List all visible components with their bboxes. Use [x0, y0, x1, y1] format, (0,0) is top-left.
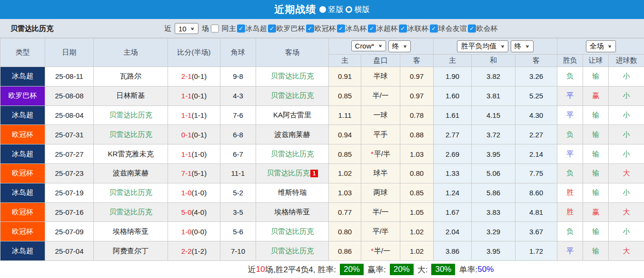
asian-away-odds-cell: 0.78	[400, 105, 434, 125]
league-label: 冰联杯	[407, 24, 429, 33]
league-filter-group: ✓冰岛超✓欧罗巴杯✓欧冠杯✓冰岛杯✓冰超杯✓冰联杯✓球会友谊✓欧会杯	[236, 24, 498, 33]
header-type: 类型	[0, 38, 45, 67]
corner-cell: 9-8	[220, 67, 256, 86]
score-cell: 1-1(1-0)	[168, 144, 220, 164]
match-row: 欧冠杯25-07-16贝雷达比历克5-0(4-0)3-5埃格纳蒂亚0.77半/一…	[0, 202, 644, 222]
home-team-name: KR雷克雅未克	[108, 150, 154, 158]
avg-draw-cell: 3.95	[472, 241, 515, 261]
odds-company-select[interactable]: Crow* ∨	[351, 40, 386, 51]
fulltime-score: 1-1	[181, 111, 192, 119]
match-row: 欧冠杯25-07-23波兹南莱赫7-1(5-1)11-1贝雷达比历克11.02球…	[0, 163, 644, 183]
league-checkbox-7[interactable]: ✓	[430, 24, 438, 32]
league-checkbox-8[interactable]: ✓	[468, 24, 476, 32]
date-cell: 25-07-16	[45, 202, 94, 222]
column-header: 主	[329, 55, 361, 67]
result-handicap-cell: 输	[583, 163, 609, 183]
asian-home-odds-cell: 1.02	[329, 163, 361, 183]
asian-home-odds-cell: 1.11	[329, 105, 361, 125]
date-cell: 25-07-31	[45, 125, 94, 144]
handicap-cell: 两球	[361, 183, 400, 202]
corner-cell: 7-6	[220, 105, 256, 125]
asian-away-odds-cell: 1.05	[400, 202, 434, 222]
avg-away-cell: 5.25	[515, 86, 557, 105]
fulltime-score: 7-1	[181, 169, 192, 177]
matches-count-select[interactable]: 10 ∨	[175, 23, 198, 34]
away-team-cell: 贝雷达比历克	[256, 222, 329, 241]
corner-cell: 5-2	[220, 183, 256, 202]
away-team-name: 贝雷达比历克	[271, 247, 314, 255]
star-marker: *	[371, 150, 374, 158]
corner-cell: 7-10	[220, 241, 256, 261]
avg-away-cell: 1.72	[515, 241, 557, 261]
score-cell: 1-1(1-1)	[168, 105, 220, 125]
away-team-cell: 贝雷达比历克1	[256, 163, 329, 183]
away-team-cell: 贝雷达比历克	[256, 144, 329, 164]
score-cell: 1-0(1-0)	[168, 183, 220, 202]
avg-draw-cell: 5.86	[472, 183, 515, 202]
type-badge-cell: 欧冠杯	[0, 222, 45, 241]
corner-cell: 6-7	[220, 144, 256, 164]
avg-time-select[interactable]: 终 ∨	[511, 40, 534, 52]
avg-draw-cell: 3.82	[472, 67, 515, 86]
league-checkbox-1[interactable]: ✓	[237, 24, 245, 32]
result-handicap-cell: 输	[583, 183, 609, 202]
away-team-name: 埃格纳蒂亚	[275, 208, 310, 216]
radio-selected-icon[interactable]	[319, 6, 326, 13]
result-outcome-cell: 负	[557, 222, 583, 241]
result-outcome-cell: 负	[557, 125, 583, 144]
column-header: 盘口	[361, 55, 400, 67]
date-cell: 25-08-04	[45, 105, 94, 125]
score-cell: 7-1(5-1)	[168, 163, 220, 183]
league-label: 球会友谊	[438, 24, 467, 33]
handicap-cell: 一球	[361, 105, 400, 125]
matches-count-value: 10	[178, 24, 187, 32]
avg-home-cell: 1.24	[434, 183, 472, 202]
red-card-badge: 1	[310, 170, 317, 177]
home-team-name: 瓦路尔	[120, 72, 141, 80]
home-team-name: 贝雷达比历克	[109, 208, 152, 216]
asian-away-odds-cell: 1.03	[400, 144, 434, 164]
fulltime-score: 1-1	[181, 92, 192, 100]
away-team-cell: 埃格纳蒂亚	[256, 202, 329, 222]
odds-time-select[interactable]: 终 ∨	[388, 40, 411, 52]
away-team-cell: KA阿古雷里	[256, 105, 329, 125]
radio-unselected-icon[interactable]	[346, 6, 352, 13]
period-select[interactable]: 全场 ∨	[586, 40, 616, 52]
same-home-checkbox[interactable]	[211, 24, 219, 32]
score-cell: 2-2(1-2)	[168, 241, 220, 261]
fulltime-score: 1-1	[181, 150, 192, 158]
filter-bar: 贝雷达比历克 近 10 ∨ 场 同主 ✓冰岛超✓欧罗巴杯✓欧冠杯✓冰岛杯✓冰超杯…	[0, 19, 644, 38]
avg-home-cell: 2.69	[434, 144, 472, 164]
result-handicap-cell: 输	[583, 222, 609, 241]
asian-home-odds-cell: 0.86	[329, 241, 361, 261]
header-score: 比分(半场)	[168, 38, 220, 67]
league-checkbox-6[interactable]: ✓	[399, 24, 407, 32]
odds-time-value: 终	[392, 42, 399, 51]
single-label: 单率:	[459, 264, 477, 275]
league-checkbox-2[interactable]: ✓	[268, 24, 276, 32]
avg-draw-cell: 3.81	[472, 86, 515, 105]
date-cell: 25-07-27	[45, 144, 94, 164]
home-team-cell: KR雷克雅未克	[94, 144, 168, 164]
chevron-down-icon: ∨	[403, 44, 407, 49]
score-cell: 5-0(4-0)	[168, 202, 220, 222]
vertical-layout-radio[interactable]: 竖版	[319, 5, 344, 15]
vertical-layout-label: 竖版	[328, 5, 344, 15]
avg-home-cell: 1.33	[434, 163, 472, 183]
home-team-cell: 波兹南莱赫	[94, 163, 168, 183]
league-checkbox-5[interactable]: ✓	[368, 24, 376, 32]
header-selects-row: 类型 日期 主场 比分(半场) 角球 客场 Crow* ∨ 终 ∨ 胜平负均值 …	[0, 38, 644, 55]
type-badge-cell: 冰岛超	[0, 67, 45, 86]
league-checkbox-4[interactable]: ✓	[337, 24, 345, 32]
home-team-cell: 埃格纳蒂亚	[94, 222, 168, 241]
avg-type-select[interactable]: 胜平负均值 ∨	[457, 40, 508, 52]
matches-table: 类型 日期 主场 比分(半场) 角球 客场 Crow* ∨ 终 ∨ 胜平负均值 …	[0, 38, 644, 261]
league-checkbox-3[interactable]: ✓	[306, 24, 314, 32]
avg-away-cell: 8.60	[515, 183, 557, 202]
asian-home-odds-cell: 0.85	[329, 144, 361, 164]
home-team-cell: 阿费查尔丁	[94, 241, 168, 261]
horizontal-layout-radio[interactable]: 横版	[346, 5, 370, 15]
avg-home-cell: 1.60	[434, 86, 472, 105]
result-handicap-cell: 输	[583, 144, 609, 164]
big-label: 大:	[417, 264, 428, 275]
